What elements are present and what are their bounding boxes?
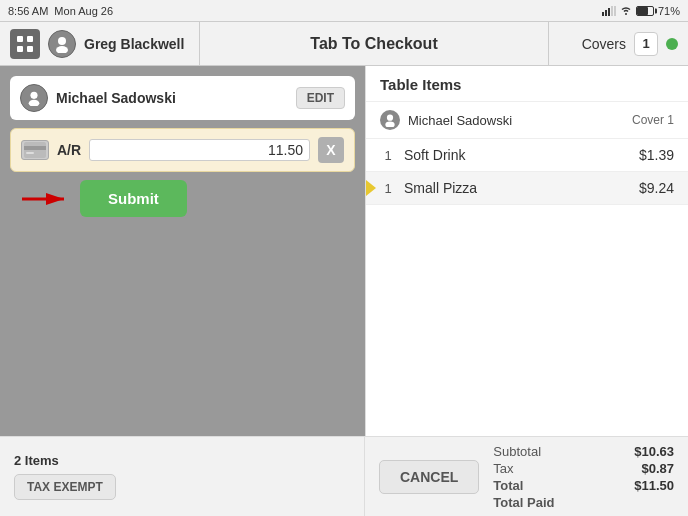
- table-items-list: Michael Sadowski Cover 1 1 Soft Drink $1…: [366, 102, 688, 436]
- total-label: Total: [493, 478, 523, 493]
- svg-point-12: [30, 92, 37, 99]
- svg-point-11: [56, 46, 68, 53]
- ar-card-icon: [21, 140, 49, 160]
- subtotal-label: Subtotal: [493, 444, 541, 459]
- svg-rect-1: [605, 10, 607, 16]
- arrow-indicator: [20, 187, 70, 211]
- subtotal-row: Subtotal $10.63: [493, 444, 674, 459]
- svg-rect-4: [614, 6, 616, 16]
- tax-label: Tax: [493, 461, 513, 476]
- customer-avatar: [20, 84, 48, 112]
- covers-badge: 1: [634, 32, 658, 56]
- grid-icon: [10, 29, 40, 59]
- cancel-button[interactable]: CANCEL: [379, 460, 479, 494]
- svg-point-13: [29, 100, 40, 106]
- ar-bar: A/R 11.50 X: [10, 128, 355, 172]
- status-day: Mon Aug 26: [54, 5, 113, 17]
- customer-name: Michael Sadowski: [56, 90, 288, 106]
- svg-rect-2: [608, 8, 610, 16]
- table-customer-name: Michael Sadowski: [408, 113, 624, 128]
- svg-point-10: [58, 37, 66, 45]
- svg-rect-0: [602, 12, 604, 16]
- status-time: 8:56 AM: [8, 5, 48, 17]
- item-price: $9.24: [639, 180, 674, 196]
- item-qty: 1: [380, 148, 396, 163]
- main-content: Michael Sadowski EDIT A/R 11.50 X: [0, 66, 688, 436]
- top-header: Greg Blackwell Tab To Checkout Covers 1: [0, 22, 688, 66]
- subtotal-value: $10.63: [634, 444, 674, 459]
- svg-rect-16: [26, 152, 34, 154]
- ar-clear-button[interactable]: X: [318, 137, 344, 163]
- connection-dot: [666, 38, 678, 50]
- header-username: Greg Blackwell: [84, 36, 184, 52]
- total-paid-label: Total Paid: [493, 495, 554, 510]
- table-customer-avatar: [380, 110, 400, 130]
- user-avatar: [48, 30, 76, 58]
- signal-icon: [602, 6, 616, 16]
- tax-row: Tax $0.87: [493, 461, 674, 476]
- summary-left: 2 Items TAX EXEMPT: [0, 437, 365, 516]
- ar-label: A/R: [57, 142, 81, 158]
- svg-rect-15: [24, 146, 46, 150]
- battery-icon: [636, 6, 654, 16]
- covers-label: Covers: [582, 36, 626, 52]
- submit-button[interactable]: Submit: [80, 180, 187, 217]
- tax-exempt-button[interactable]: TAX EXEMPT: [14, 474, 116, 500]
- tax-value: $0.87: [641, 461, 674, 476]
- item-price: $1.39: [639, 147, 674, 163]
- summary-right: CANCEL Subtotal $10.63 Tax $0.87 Total $…: [365, 437, 688, 516]
- battery-percent: 71%: [658, 5, 680, 17]
- left-panel: Michael Sadowski EDIT A/R 11.50 X: [0, 66, 365, 436]
- table-row[interactable]: 1 Small Pizza $9.24: [366, 172, 688, 205]
- total-paid-row: Total Paid: [493, 495, 674, 510]
- svg-rect-3: [611, 6, 613, 16]
- total-row: Total $11.50: [493, 478, 674, 493]
- svg-point-19: [387, 115, 393, 121]
- summary-totals: Subtotal $10.63 Tax $0.87 Total $11.50 T…: [493, 444, 674, 510]
- summary-section: 2 Items TAX EXEMPT CANCEL Subtotal $10.6…: [0, 436, 688, 516]
- table-items-header: Table Items: [366, 66, 688, 102]
- table-customer-row: Michael Sadowski Cover 1: [366, 102, 688, 139]
- header-covers: Covers 1: [548, 22, 688, 65]
- svg-point-20: [385, 122, 394, 127]
- table-row[interactable]: 1 Soft Drink $1.39: [366, 139, 688, 172]
- status-bar: 8:56 AM Mon Aug 26 71%: [0, 0, 688, 22]
- submit-row: Submit: [10, 180, 355, 217]
- item-name: Soft Drink: [404, 147, 631, 163]
- item-qty: 1: [380, 181, 396, 196]
- edit-button[interactable]: EDIT: [296, 87, 345, 109]
- total-value: $11.50: [634, 478, 674, 493]
- items-count: 2 Items: [14, 453, 59, 468]
- arrow-icon: [20, 187, 70, 211]
- svg-rect-9: [27, 46, 33, 52]
- selection-marker: [366, 180, 376, 196]
- right-panel: Table Items Michael Sadowski Cover 1 1 S…: [365, 66, 688, 436]
- svg-point-5: [625, 13, 627, 15]
- ar-amount: 11.50: [89, 139, 310, 161]
- svg-rect-8: [17, 46, 23, 52]
- wifi-icon: [620, 6, 632, 16]
- svg-rect-7: [27, 36, 33, 42]
- header-user-section: Greg Blackwell: [0, 22, 200, 65]
- svg-rect-6: [17, 36, 23, 42]
- header-title: Tab To Checkout: [200, 35, 548, 53]
- cover-badge: Cover 1: [632, 113, 674, 127]
- item-name: Small Pizza: [404, 180, 631, 196]
- customer-bar: Michael Sadowski EDIT: [10, 76, 355, 120]
